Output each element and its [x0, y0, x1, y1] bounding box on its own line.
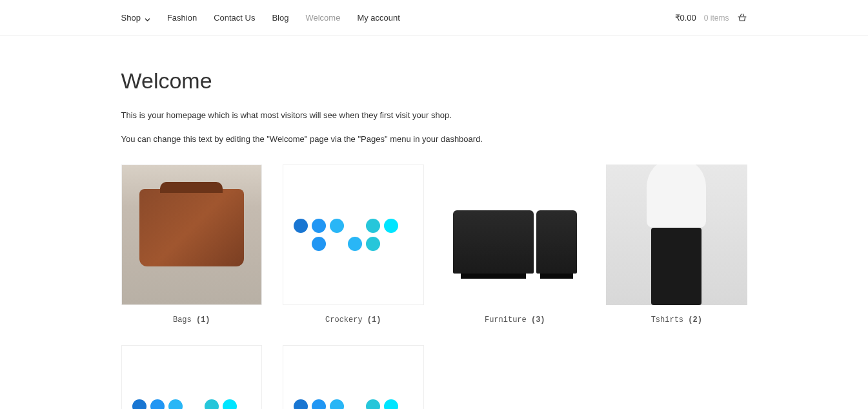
- category-count: (3): [531, 315, 545, 324]
- category-furniture[interactable]: Furniture (3): [445, 165, 586, 325]
- categories-grid: Bags (1) Crockery (1) Furniture (: [121, 165, 747, 409]
- category-name: Crockery: [325, 315, 363, 324]
- category-image: [283, 345, 424, 409]
- nav-fashion-label: Fashion: [167, 13, 197, 23]
- nav-contact-us[interactable]: Contact Us: [214, 13, 255, 23]
- category-tshirts[interactable]: Tshirts (2): [606, 165, 747, 325]
- main-nav: Shop Fashion Contact Us Blog Welcome My …: [121, 13, 400, 23]
- page-title: Welcome: [121, 68, 747, 94]
- chevron-down-icon: [145, 15, 150, 21]
- category-image: [121, 345, 263, 409]
- category-name: Tshirts: [651, 315, 683, 324]
- cart-widget[interactable]: ₹0.00 0 items: [675, 13, 747, 23]
- intro-text-1: This is your homepage which is what most…: [121, 109, 747, 123]
- category-name: Furniture: [485, 315, 527, 324]
- category-label: Crockery (1): [283, 315, 424, 324]
- category-image: [283, 165, 424, 306]
- nav-my-account-label: My account: [357, 13, 399, 23]
- header: Shop Fashion Contact Us Blog Welcome My …: [0, 0, 868, 36]
- category-label: Furniture (3): [445, 315, 586, 324]
- cart-item-count: 0 items: [704, 14, 729, 23]
- nav-shop-label: Shop: [121, 13, 141, 23]
- main-content: Welcome This is your homepage which is w…: [108, 36, 760, 409]
- category-count: (1): [196, 315, 210, 324]
- category-bags[interactable]: Bags (1): [121, 165, 263, 325]
- nav-blog-label: Blog: [272, 13, 288, 23]
- nav-my-account[interactable]: My account: [357, 13, 399, 23]
- category-image: [606, 165, 747, 306]
- nav-shop[interactable]: Shop: [121, 13, 150, 23]
- placeholder-dots: [294, 219, 412, 251]
- category-count: (1): [367, 315, 381, 324]
- cart-price: ₹0.00: [675, 13, 696, 23]
- placeholder-dots: [294, 399, 412, 409]
- category-uncategorised[interactable]: Uncategorised (1): [121, 345, 263, 409]
- category-label: Bags (1): [121, 315, 263, 324]
- nav-welcome-label: Welcome: [305, 13, 340, 23]
- nav-welcome[interactable]: Welcome: [305, 13, 340, 23]
- nav-blog[interactable]: Blog: [272, 13, 288, 23]
- category-image: [121, 165, 263, 306]
- placeholder-dots: [132, 399, 251, 409]
- intro-text-2: You can change this text by editing the …: [121, 133, 747, 146]
- category-count: (2): [688, 315, 702, 324]
- basket-icon: [737, 13, 747, 23]
- category-vegetables[interactable]: Vegetables (3): [283, 345, 424, 409]
- category-image: [445, 165, 586, 306]
- category-crockery[interactable]: Crockery (1): [283, 165, 424, 325]
- nav-fashion[interactable]: Fashion: [167, 13, 197, 23]
- category-name: Bags: [173, 315, 192, 324]
- nav-contact-us-label: Contact Us: [214, 13, 255, 23]
- category-label: Tshirts (2): [606, 315, 747, 324]
